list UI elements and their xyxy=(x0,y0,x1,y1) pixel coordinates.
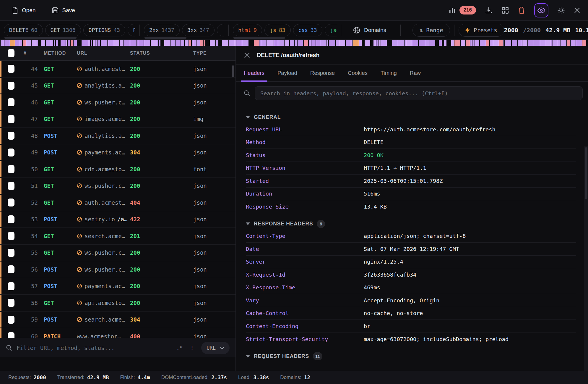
grid-layout-icon[interactable] xyxy=(501,7,509,14)
filter-chip-get[interactable]: GET1306 xyxy=(45,24,81,36)
header-value: max-age=63072000; includeSubDomains; pre… xyxy=(364,336,509,342)
row-type: img xyxy=(193,116,235,122)
tab-response[interactable]: Response xyxy=(310,65,335,81)
table-row[interactable]: 51GETws.pusher.c…200json xyxy=(0,178,235,195)
row-url: api.acmesto… xyxy=(77,300,130,306)
row-number: 46 xyxy=(18,99,38,106)
row-number: 48 xyxy=(18,133,38,139)
timeline-bar xyxy=(472,40,475,46)
table-row[interactable]: 49POSTpayments.ac…304json xyxy=(0,144,235,161)
row-checkbox[interactable] xyxy=(8,316,14,324)
timeline-bar xyxy=(254,40,259,46)
row-checkbox[interactable] xyxy=(8,182,14,190)
table-row[interactable]: 52GETauth.acmest…404json xyxy=(0,194,235,211)
download-icon[interactable] xyxy=(485,7,493,14)
row-method: GET xyxy=(44,116,77,122)
row-type: json xyxy=(193,249,235,256)
table-scrollbar-thumb[interactable] xyxy=(232,65,234,77)
timeline-bar xyxy=(91,40,92,46)
row-number: 50 xyxy=(18,166,38,172)
row-checkbox[interactable] xyxy=(8,115,14,123)
negate-toggle[interactable]: ! xyxy=(190,345,194,351)
row-checkbox[interactable] xyxy=(8,265,14,273)
tab-timing[interactable]: Timing xyxy=(381,65,397,81)
row-checkbox[interactable] xyxy=(8,249,14,257)
select-all-checkbox[interactable] xyxy=(8,49,14,57)
tab-payload[interactable]: Payload xyxy=(277,65,297,81)
row-checkbox[interactable] xyxy=(8,199,14,206)
row-checkbox[interactable] xyxy=(8,82,14,90)
close-window-icon[interactable] xyxy=(574,7,580,14)
table-row[interactable]: 48POSTanalytics.a…200json xyxy=(0,128,235,144)
table-row[interactable]: 59POSTsearch.acme…304json xyxy=(0,312,235,328)
range-button[interactable]: ⇅ Range xyxy=(412,24,450,37)
row-checkbox[interactable] xyxy=(8,299,14,307)
filter-chip-json[interactable]: json1508 xyxy=(325,24,337,36)
header-value: 3f2633658fcafb34 xyxy=(364,272,416,278)
row-checkbox[interactable] xyxy=(8,232,14,240)
table-row[interactable]: 50GETcdn.acmesto…200font xyxy=(0,161,235,178)
regex-toggle[interactable]: .* xyxy=(176,345,183,351)
table-row[interactable]: 57POSTpayments.ac…200json xyxy=(0,278,235,295)
close-detail-icon[interactable] xyxy=(244,52,250,59)
filter-chip-partial[interactable] xyxy=(217,24,224,36)
table-row[interactable]: 46GETws.pusher.c…200json xyxy=(0,94,235,111)
timeline-bar xyxy=(101,40,107,46)
table-row[interactable]: 55GETws.pusher.c…200json xyxy=(0,245,235,262)
timeline-bar xyxy=(346,40,351,46)
filter-chip-js[interactable]: js83 xyxy=(264,24,290,36)
filter-chip-options[interactable]: OPTIONS43 xyxy=(83,24,126,36)
row-checkbox[interactable] xyxy=(8,132,14,140)
section-header-request-headers[interactable]: REQUEST HEADERS11 xyxy=(246,350,576,362)
filter-chip-2xx[interactable]: 2xx1437 xyxy=(144,24,180,36)
table-row[interactable]: 53POSTsentry.io/a…422json xyxy=(0,211,235,228)
table-row[interactable]: 54GETsearch.acme…201json xyxy=(0,228,235,245)
detail-search-input[interactable] xyxy=(260,90,577,96)
row-checkbox[interactable] xyxy=(8,98,14,106)
table-row[interactable]: 58GETapi.acmesto…200json xyxy=(0,295,235,312)
timeline-bar xyxy=(82,40,88,46)
filter-chip-3xx[interactable]: 3xx347 xyxy=(182,24,215,36)
header-name: X-Response-Time xyxy=(246,284,364,291)
timeline-bar xyxy=(533,40,540,46)
table-row[interactable]: 44GETauth.acmest…200json xyxy=(0,61,235,78)
detail-scrollbar-thumb[interactable] xyxy=(585,147,587,199)
row-status: 200 xyxy=(130,66,193,72)
filter-chip-p[interactable]: P xyxy=(128,24,135,36)
section-header-general[interactable]: GENERAL xyxy=(246,111,576,123)
row-checkbox[interactable] xyxy=(8,65,14,73)
filter-chip-delete[interactable]: DELETE60 xyxy=(4,24,43,36)
preview-toggle-button[interactable] xyxy=(534,3,548,17)
bar-chart-icon[interactable] xyxy=(449,7,456,14)
row-checkbox[interactable] xyxy=(8,282,14,290)
trash-icon[interactable] xyxy=(518,6,525,14)
table-row[interactable]: 56POSTws.pusher.c…200json xyxy=(0,261,235,278)
row-checkbox[interactable] xyxy=(8,149,14,156)
theme-brightness-icon[interactable] xyxy=(557,7,565,14)
presets-button[interactable]: Presets xyxy=(459,24,504,37)
tab-cookies[interactable]: Cookies xyxy=(348,65,368,81)
row-checkbox[interactable] xyxy=(8,165,14,173)
filter-chip-html[interactable]: html9 xyxy=(233,24,262,36)
section-title: GENERAL xyxy=(254,114,281,120)
table-row[interactable]: 47GETimages.acme…200img xyxy=(0,111,235,128)
request-timeline-strip[interactable] xyxy=(0,40,588,46)
detail-scrollbar-track[interactable] xyxy=(584,146,588,371)
row-type: json xyxy=(193,199,235,206)
filter-chip-css[interactable]: css33 xyxy=(293,24,322,36)
statusbar-label: Finish: xyxy=(120,375,135,380)
table-row[interactable]: 45GETanalytics.a…200json xyxy=(0,78,235,94)
domains-button[interactable]: Domains xyxy=(353,27,386,34)
header-name: Request URL xyxy=(246,126,364,133)
open-button[interactable]: Open xyxy=(12,7,35,14)
save-button[interactable]: Save xyxy=(52,7,75,14)
timeline-bar xyxy=(51,40,53,46)
timeline-bar xyxy=(234,40,236,46)
tab-headers[interactable]: Headers xyxy=(244,65,264,81)
table-filter-input[interactable] xyxy=(17,345,169,351)
timeline-bar xyxy=(336,40,339,46)
tab-raw[interactable]: Raw xyxy=(410,65,421,81)
section-header-response-headers[interactable]: RESPONSE HEADERS9 xyxy=(246,218,576,230)
row-checkbox[interactable] xyxy=(8,215,14,223)
filter-field-selector[interactable]: URL xyxy=(201,342,230,354)
